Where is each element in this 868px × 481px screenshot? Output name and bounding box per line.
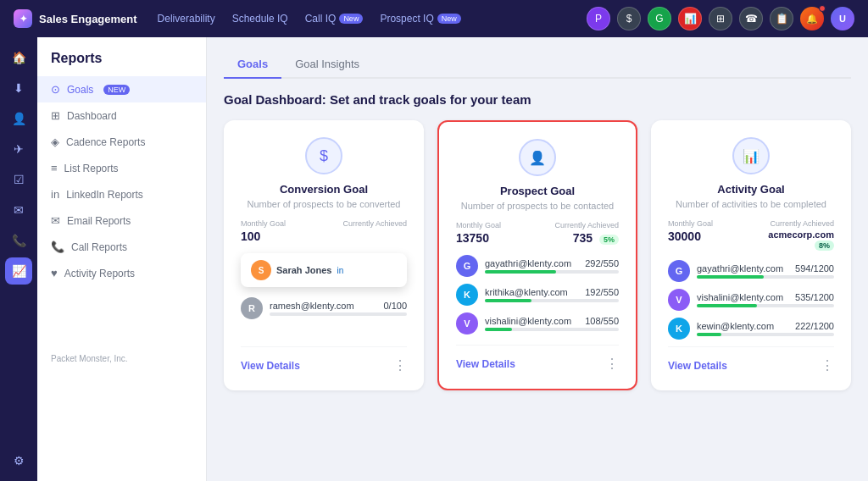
conversion-monthly-label: Monthly Goal xyxy=(241,219,317,228)
logo-icon: ✦ xyxy=(14,9,32,28)
progress-bar-gayathri2 xyxy=(697,275,834,279)
user-avatar[interactable]: 🔔 xyxy=(800,7,824,30)
prospect-goal-icon: 👤 xyxy=(519,139,556,176)
activity-goal-icon: 📊 xyxy=(732,137,770,174)
progress-bar-ramesh xyxy=(270,312,407,316)
sidebar-item-dashboard[interactable]: ⊞ Dashboard xyxy=(37,102,206,129)
prospect-achieved-badge: 5% xyxy=(599,235,619,245)
user-avatar-r: R xyxy=(241,297,263,319)
conversion-goal-metrics: Monthly Goal 100 Currently Achieved xyxy=(241,219,407,243)
sidebar-icon-email[interactable]: ✉ xyxy=(5,196,32,224)
sidebar-icon-check[interactable]: ☑ xyxy=(5,166,32,193)
activity-card-footer: View Details ⋮ xyxy=(668,346,834,373)
sidebar-icon-chart[interactable]: 📈 xyxy=(5,257,32,285)
app-logo[interactable]: ✦ Sales Engagement xyxy=(14,9,137,28)
main-layout: 🏠 ⬇ 👤 ✈ ☑ ✉ 📞 📈 ⚙ Reports ⊙ Goals NEW ⊞ … xyxy=(0,37,868,481)
sidebar-item-cadence[interactable]: ◈ Cadence Reports xyxy=(37,129,206,155)
activity-goal-title: Activity Goal xyxy=(668,183,834,196)
conversion-monthly-value: 100 xyxy=(241,229,317,243)
user-progress-vishalini: 108/550 xyxy=(585,316,619,326)
activity-achieved-label: Currently Achieved xyxy=(758,219,834,228)
view-details-conversion[interactable]: View Details xyxy=(241,360,300,372)
sidebar-item-linkedin[interactable]: in LinkedIn Reports xyxy=(37,181,206,207)
sidebar-icon-phone[interactable]: 📞 xyxy=(5,227,32,254)
nav-btn-chart[interactable]: 📊 xyxy=(678,7,702,30)
user-progress-vishalini2: 535/1200 xyxy=(795,292,834,302)
user-progress-ramesh: 0/100 xyxy=(383,301,407,311)
nav-btn-phone[interactable]: ☎ xyxy=(739,7,763,30)
progress-bar-vishalini xyxy=(485,328,619,331)
nav-prospect-iq[interactable]: Prospect IQ New xyxy=(380,13,460,25)
progress-bar-krithika xyxy=(485,299,619,302)
activity-achieved-value: acmecorp.com 8% xyxy=(758,229,834,250)
call-iq-badge: New xyxy=(339,14,363,24)
goals-new-badge: NEW xyxy=(103,85,130,95)
sidebar-footer: Packet Monster, Inc. xyxy=(37,286,206,377)
user-email-vishalini: vishalini@klenty.com xyxy=(485,316,585,326)
conversion-goal-icon: $ xyxy=(305,137,342,174)
progress-bar-vishalini2 xyxy=(697,304,834,307)
conversion-card-footer: View Details ⋮ xyxy=(241,346,407,373)
sidebar-icon-download[interactable]: ⬇ xyxy=(5,75,32,102)
sidebar-item-activity[interactable]: ♥ Activity Reports xyxy=(37,260,206,286)
sidebar-icon-home[interactable]: 🏠 xyxy=(5,44,32,71)
nav-btn-dollar[interactable]: $ xyxy=(617,7,641,30)
sidebar-icon-send[interactable]: ✈ xyxy=(5,135,32,163)
nav-btn-p[interactable]: P xyxy=(587,7,610,30)
activity-icon: ♥ xyxy=(51,267,58,279)
user-avatar-v1: V xyxy=(456,312,478,334)
tab-goal-insights[interactable]: Goal Insights xyxy=(281,51,373,77)
user-email-ramesh: ramesh@klenty.com xyxy=(270,301,383,311)
tab-goals[interactable]: Goals xyxy=(224,51,281,79)
nav-schedule-iq[interactable]: Schedule IQ xyxy=(232,13,288,25)
sidebar-item-goals[interactable]: ⊙ Goals NEW xyxy=(37,76,206,102)
nav-call-iq[interactable]: Call IQ New xyxy=(305,13,364,25)
conversion-monthly-goal: Monthly Goal 100 xyxy=(241,219,317,243)
cadence-icon: ◈ xyxy=(51,135,59,148)
user-avatar-v2: V xyxy=(668,289,690,311)
prospect-achieved-label: Currently Achieved xyxy=(544,221,619,229)
content-area: Goals Goal Insights Goal Dashboard: Set … xyxy=(207,37,868,481)
more-btn-activity[interactable]: ⋮ xyxy=(821,357,834,373)
call-icon: 📞 xyxy=(51,240,64,253)
prospect-achieved-value: 735 5% xyxy=(544,231,619,245)
more-btn-conversion[interactable]: ⋮ xyxy=(393,357,407,373)
nav-btn-grid[interactable]: ⊞ xyxy=(709,7,732,30)
goal-card-conversion: $ Conversion Goal Number of prospects to… xyxy=(224,120,424,390)
icon-sidebar: 🏠 ⬇ 👤 ✈ ☑ ✉ 📞 📈 ⚙ xyxy=(0,37,37,481)
prospect-goal-desc: Number of prospects to be contacted xyxy=(456,201,619,211)
sidebar-icon-user[interactable]: 👤 xyxy=(5,105,32,132)
sidebar-item-email[interactable]: ✉ Email Reports xyxy=(37,207,206,234)
user-email-gayathri2: gayathri@klenty.com xyxy=(697,263,795,274)
prospect-goal-metrics: Monthly Goal 13750 Currently Achieved 73… xyxy=(456,221,619,245)
notification-dot xyxy=(819,5,826,12)
prospect-achieved: Currently Achieved 735 5% xyxy=(544,221,619,245)
user-profile-avatar[interactable]: U xyxy=(831,7,854,30)
sidebar-icon-settings[interactable]: ⚙ xyxy=(5,447,32,474)
activity-goal-metrics: Monthly Goal 30000 Currently Achieved ac… xyxy=(668,219,834,250)
prospect-monthly-value: 13750 xyxy=(456,231,531,245)
goals-grid: $ Conversion Goal Number of prospects to… xyxy=(224,120,851,390)
more-btn-prospect[interactable]: ⋮ xyxy=(605,356,619,372)
view-details-activity[interactable]: View Details xyxy=(668,360,727,372)
user-row-gayathri2: G gayathri@klenty.com 594/1200 xyxy=(668,260,834,282)
linkedin-icon: in xyxy=(51,188,59,201)
sidebar-item-list[interactable]: ≡ List Reports xyxy=(37,155,206,181)
user-email-kewin: kewin@klenty.com xyxy=(697,321,795,331)
sidebar-item-call[interactable]: 📞 Call Reports xyxy=(37,234,206,260)
prospect-card-footer: View Details ⋮ xyxy=(456,345,619,372)
nav-deliverability[interactable]: Deliverability xyxy=(158,13,215,25)
activity-monthly-goal: Monthly Goal 30000 xyxy=(668,219,744,250)
view-details-prospect[interactable]: View Details xyxy=(456,358,515,370)
prospect-goal-title: Prospect Goal xyxy=(456,185,619,197)
user-progress-gayathri: 292/550 xyxy=(585,258,619,268)
nav-btn-g[interactable]: G xyxy=(648,7,671,30)
sidebar-title: Reports xyxy=(37,51,206,76)
prospect-users: G gayathri@klenty.com 292/550 K xyxy=(456,255,619,341)
user-row-vishalini: V vishalini@klenty.com 108/550 xyxy=(456,312,619,334)
nav-btn-doc[interactable]: 📋 xyxy=(770,7,793,30)
sarah-jones-overlay: S Sarah Jones in xyxy=(241,253,407,287)
user-email-vishalini2: vishalini@klenty.com xyxy=(697,292,795,302)
conversion-goal-desc: Number of prospects to be converted xyxy=(241,199,407,209)
user-row-vishalini2: V vishalini@klenty.com 535/1200 xyxy=(668,289,834,311)
